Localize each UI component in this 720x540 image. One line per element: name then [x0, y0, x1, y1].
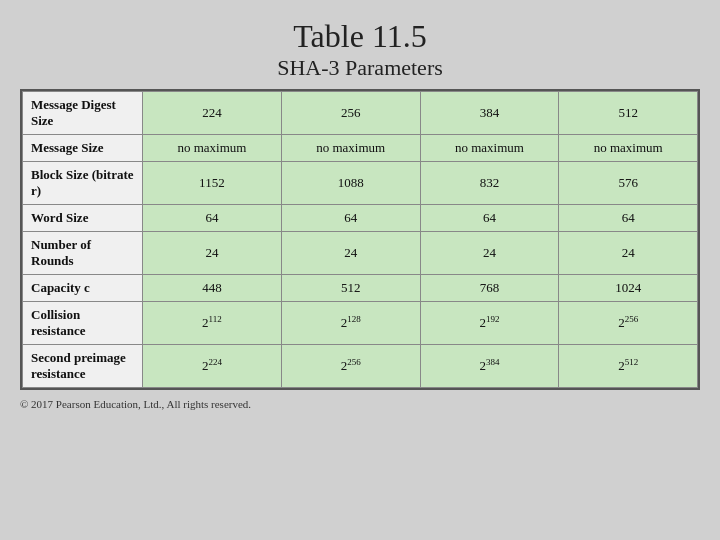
cell-3-1: 64 [281, 205, 420, 232]
row-header-1: Message Size [23, 135, 143, 162]
cell-3-0: 64 [143, 205, 282, 232]
footer-text: © 2017 Pearson Education, Ltd., All righ… [20, 398, 251, 410]
cell-6-0: 2112 [143, 302, 282, 345]
cell-4-3: 24 [559, 232, 698, 275]
cell-7-2: 2384 [420, 345, 559, 388]
cell-3-3: 64 [559, 205, 698, 232]
cell-4-1: 24 [281, 232, 420, 275]
cell-5-0: 448 [143, 275, 282, 302]
cell-4-0: 24 [143, 232, 282, 275]
cell-1-0: no maximum [143, 135, 282, 162]
cell-2-2: 832 [420, 162, 559, 205]
row-header-6: Collision resistance [23, 302, 143, 345]
cell-3-2: 64 [420, 205, 559, 232]
table-wrapper: Message Digest Size224256384512Message S… [20, 89, 700, 390]
cell-0-1: 256 [281, 92, 420, 135]
cell-6-3: 2256 [559, 302, 698, 345]
page-title: Table 11.5 SHA-3 Parameters [277, 18, 443, 81]
cell-5-1: 512 [281, 275, 420, 302]
row-header-5: Capacity c [23, 275, 143, 302]
cell-5-2: 768 [420, 275, 559, 302]
cell-6-2: 2192 [420, 302, 559, 345]
row-header-4: Number of Rounds [23, 232, 143, 275]
title-line1: Table 11.5 [277, 18, 443, 55]
cell-7-0: 2224 [143, 345, 282, 388]
row-header-3: Word Size [23, 205, 143, 232]
row-header-0: Message Digest Size [23, 92, 143, 135]
row-header-7: Second preimage resistance [23, 345, 143, 388]
cell-6-1: 2128 [281, 302, 420, 345]
cell-5-3: 1024 [559, 275, 698, 302]
cell-2-0: 1152 [143, 162, 282, 205]
cell-1-1: no maximum [281, 135, 420, 162]
title-line2: SHA-3 Parameters [277, 55, 443, 81]
cell-0-3: 512 [559, 92, 698, 135]
cell-7-1: 2256 [281, 345, 420, 388]
cell-2-3: 576 [559, 162, 698, 205]
row-header-2: Block Size (bitrate r) [23, 162, 143, 205]
cell-7-3: 2512 [559, 345, 698, 388]
cell-0-2: 384 [420, 92, 559, 135]
cell-2-1: 1088 [281, 162, 420, 205]
cell-1-3: no maximum [559, 135, 698, 162]
cell-1-2: no maximum [420, 135, 559, 162]
sha3-table: Message Digest Size224256384512Message S… [22, 91, 698, 388]
cell-4-2: 24 [420, 232, 559, 275]
cell-0-0: 224 [143, 92, 282, 135]
